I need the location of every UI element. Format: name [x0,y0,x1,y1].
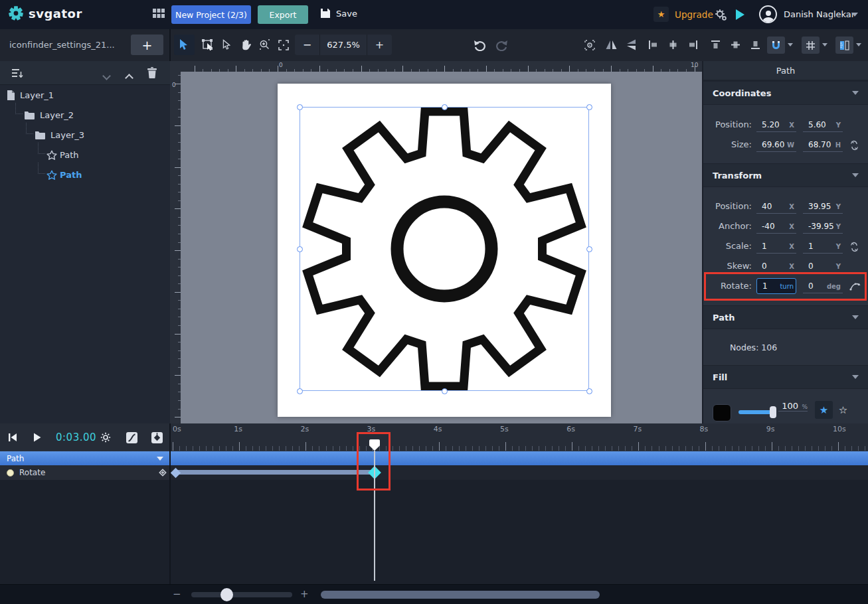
add-keyframe-icon[interactable] [158,468,167,477]
link-scale-icon[interactable] [849,242,859,252]
export-button[interactable]: Export [258,5,308,24]
scale-x-input[interactable]: 1X [756,240,796,254]
timeline-track-rotate[interactable]: Rotate [0,465,170,480]
section-fill[interactable]: Fill [703,365,868,389]
project-name[interactable]: iconfinder_settings_21... [9,40,115,50]
transform-position-y-input[interactable]: 39.95Y [803,200,843,214]
layer-row-path-3[interactable]: Path [0,145,170,165]
pan-tool-button[interactable] [235,35,256,55]
upgrade-button[interactable]: ★ Upgrade [653,7,713,22]
skew-y-input[interactable]: 0Y [803,260,843,273]
selection-handle[interactable] [297,246,303,252]
static-fill-button[interactable]: ☆ [834,401,852,419]
svgator-logo[interactable]: svgator [8,5,82,21]
selection-handle[interactable] [586,246,592,252]
align-right-button[interactable] [683,35,703,55]
selection-bounding-box[interactable] [300,107,589,391]
layer-row-layer_2-1[interactable]: Layer_2 [0,105,170,125]
rotate-turn-input[interactable]: 1turn [756,278,796,294]
user-menu-caret-icon[interactable] [851,13,858,17]
align-left-button[interactable] [643,35,663,55]
select-tool-button[interactable] [174,35,195,55]
size-width-input[interactable]: 69.60W [756,138,796,152]
selection-handle[interactable] [442,104,448,110]
link-dimensions-icon[interactable] [849,140,859,151]
redo-button[interactable] [491,35,511,55]
zoom-in-button[interactable]: + [367,35,392,55]
current-time[interactable]: 0:03.00 [56,431,96,443]
position-y-input[interactable]: 5.60Y [803,118,843,132]
save-button[interactable]: Save [320,8,357,19]
anchor-x-input[interactable]: -40X [756,220,796,234]
zoom-out-button[interactable]: − [295,35,319,55]
skew-x-input[interactable]: 0X [756,260,796,273]
size-height-input[interactable]: 68.70H [803,138,843,152]
layer-row-path-4[interactable]: Path [0,165,170,185]
selection-handle[interactable] [586,104,592,110]
apps-grid-icon[interactable] [153,9,165,19]
section-transform[interactable]: Transform [703,163,868,187]
align-middle-vertical-button[interactable] [725,35,746,55]
fill-opacity-input[interactable]: 100 % [778,401,808,412]
easing-panel-button[interactable] [126,432,137,443]
zoom-tool-button[interactable] [254,35,275,55]
selection-handle[interactable] [442,388,448,394]
scale-y-input[interactable]: 1Y [803,240,843,254]
align-bottom-button[interactable] [745,35,766,55]
collapse-all-button[interactable] [104,69,110,82]
align-center-horizontal-button[interactable] [663,35,683,55]
fit-view-button[interactable] [273,35,294,55]
rulers-caret-icon[interactable] [856,43,861,46]
settings-gears-icon[interactable] [715,9,727,21]
add-project-button[interactable]: + [131,35,163,55]
delete-layer-button[interactable] [147,67,157,78]
timeline-settings-button[interactable] [100,432,111,443]
skip-to-start-button[interactable] [8,433,17,442]
canvas-area[interactable]: 0 10 0 [170,61,702,423]
undo-button[interactable] [470,35,490,55]
new-project-button[interactable]: New Project (2/3) [171,5,251,24]
preview-play-button[interactable] [736,9,744,20]
layer-row-layer_1-0[interactable]: Layer_1 [0,85,170,105]
avatar[interactable] [759,5,777,23]
section-path[interactable]: Path [703,305,868,329]
align-top-button[interactable] [705,35,726,55]
transform-tool-button[interactable] [197,35,218,55]
track-collapse-caret-icon[interactable] [157,457,163,461]
layer-row-layer_3-2[interactable]: Layer_3 [0,125,170,145]
grid-toggle-button[interactable] [802,37,820,54]
timeline-track-path[interactable]: Path [0,451,868,465]
timeline-zoom-in-button[interactable]: + [300,588,309,600]
rulers-toggle-button[interactable] [835,37,853,54]
layer-sort-icon[interactable] [12,68,23,78]
timeline-zoom-out-button[interactable]: − [173,588,181,600]
snapping-toggle-button[interactable] [767,37,785,54]
animate-fill-button[interactable]: ★ [815,401,833,419]
zoom-level[interactable]: 627.5% [319,35,367,55]
selection-handle[interactable] [297,104,303,110]
timeline-zoom-slider[interactable] [191,592,292,597]
timeline-ruler[interactable]: 0s1s2s3s4s5s6s7s8s9s10s [170,423,868,451]
fill-opacity-slider-handle[interactable] [770,406,776,418]
origin-target-button[interactable] [579,35,600,55]
transform-position-x-input[interactable]: 40X [756,200,796,214]
section-coordinates[interactable]: Coordinates [703,81,868,105]
keyframes-panel-button[interactable] [151,432,163,443]
selection-handle[interactable] [586,388,592,394]
timeline-scrollbar[interactable] [321,591,600,599]
flip-vertical-button[interactable] [621,35,642,55]
position-x-input[interactable]: 5.20X [756,118,796,132]
snapping-caret-icon[interactable] [788,43,793,46]
rotate-animation-span[interactable] [173,470,376,475]
animate-rotation-icon[interactable] [849,281,861,291]
timeline-play-button[interactable] [33,433,41,442]
anchor-y-input[interactable]: -39.95Y [803,220,843,234]
selection-handle[interactable] [297,388,303,394]
node-tool-button[interactable] [217,35,237,55]
flip-horizontal-button[interactable] [601,35,622,55]
fill-color-swatch[interactable] [713,404,731,421]
rotate-deg-input[interactable]: 0deg [803,279,843,293]
expand-all-button[interactable] [126,71,132,84]
timeline-zoom-handle[interactable] [220,588,233,601]
user-name[interactable]: Danish Naglekar [784,9,855,19]
